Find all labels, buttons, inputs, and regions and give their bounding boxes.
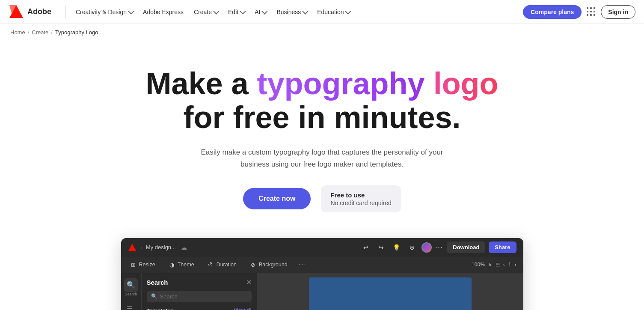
app-secondary-toolbar: ⊞ Resize ◑ Theme ⏱ Duration ⊘ Background… xyxy=(121,257,523,273)
sidebar-search-row: Search ✕ xyxy=(147,278,252,286)
prev-page-icon[interactable]: ‹ xyxy=(503,262,505,268)
app-sidebar: Search ✕ 🔍 Templates View all xyxy=(142,273,257,310)
add-button[interactable]: ⊕ xyxy=(406,241,418,253)
sidebar-view-all-link[interactable]: View all xyxy=(234,307,251,310)
sidebar-close-icon[interactable]: ✕ xyxy=(246,278,252,286)
toolbar-right: ↩ ↪ 💡 ⊕ ··· Download Share xyxy=(360,241,516,253)
nav-adobe-express[interactable]: Adobe Express xyxy=(139,6,188,18)
navbar: Adobe Creativity & Design Adobe Express … xyxy=(0,0,644,24)
hero-title-space xyxy=(425,66,433,101)
breadcrumb-create[interactable]: Create xyxy=(32,29,48,36)
sidebar-search-input-wrap: 🔍 xyxy=(147,291,252,302)
free-badge: Free to use No credit card required xyxy=(321,185,401,212)
nav-business[interactable]: Business xyxy=(272,6,311,18)
template-icon: ⊟ xyxy=(496,262,500,268)
breadcrumb: Home / Create / Typography Logo xyxy=(0,24,644,41)
sidebar-templates-label: Templates xyxy=(147,307,174,310)
app-preview-wrapper: ‹ My design... ☁ ↩ ↪ 💡 ⊕ ··· Download Sh… xyxy=(0,238,644,310)
free-badge-line1: Free to use xyxy=(330,191,391,199)
hero-title-typography: typography xyxy=(257,66,425,101)
chevron-down-icon xyxy=(345,8,351,14)
toolbar-title[interactable]: My design... xyxy=(146,244,176,250)
grid-dot xyxy=(587,7,588,9)
left-icon-your-stuff[interactable]: ☰ Your stuff xyxy=(123,302,139,310)
download-button[interactable]: Download xyxy=(447,241,485,253)
grid-dot xyxy=(590,11,592,12)
resize-button[interactable]: ⊞ Resize xyxy=(128,260,158,269)
compare-plans-button[interactable]: Compare plans xyxy=(523,5,582,19)
background-button[interactable]: ⊘ Background xyxy=(248,260,290,269)
nav-items: Creativity & Design Adobe Express Create… xyxy=(71,6,523,18)
chevron-down-icon xyxy=(128,8,134,14)
brand-name: Adobe xyxy=(27,7,51,16)
duration-button[interactable]: ⏱ Duration xyxy=(205,260,239,269)
sidebar-templates-row: Templates View all xyxy=(147,307,252,310)
redo-button[interactable]: ↪ xyxy=(375,241,387,253)
breadcrumb-current: Typography Logo xyxy=(55,29,98,36)
hero-title: Make a typography logo for free in minut… xyxy=(130,67,515,134)
zoom-level[interactable]: 100% xyxy=(472,262,485,268)
bulb-icon-button[interactable]: 💡 xyxy=(391,241,403,253)
sidebar-search-title: Search xyxy=(147,279,168,286)
page-number: 1 xyxy=(508,262,511,268)
hero-title-before: Make a xyxy=(145,66,257,101)
app-left-icons: 🔍 Search ☰ Your stuff xyxy=(121,273,142,310)
breadcrumb-home[interactable]: Home xyxy=(10,29,25,36)
share-button[interactable]: Share xyxy=(489,241,516,253)
search-icon: 🔍 xyxy=(151,293,157,299)
app-toolbar: ‹ My design... ☁ ↩ ↪ 💡 ⊕ ··· Download Sh… xyxy=(121,238,523,257)
more-options-icon[interactable]: ··· xyxy=(435,244,443,251)
background-icon: ⊘ xyxy=(250,262,256,268)
grid-dot xyxy=(590,14,592,16)
free-badge-line2: No credit card required xyxy=(330,200,391,206)
grid-dot xyxy=(594,7,595,9)
grid-dot xyxy=(587,14,588,16)
left-icon-search[interactable]: 🔍 Search xyxy=(124,278,138,297)
breadcrumb-separator: / xyxy=(51,29,53,36)
hero-cta-row: Create now Free to use No credit card re… xyxy=(243,185,401,212)
apps-grid-button[interactable] xyxy=(587,7,596,16)
app-preview: ‹ My design... ☁ ↩ ↪ 💡 ⊕ ··· Download Sh… xyxy=(121,238,523,310)
adobe-logo[interactable]: Adobe xyxy=(9,4,51,20)
hero-title-logo: logo xyxy=(433,66,499,101)
breadcrumb-separator: / xyxy=(28,29,30,36)
adobe-logo-icon xyxy=(9,4,24,20)
next-page-icon[interactable]: › xyxy=(515,262,516,268)
nav-edit[interactable]: Edit xyxy=(224,6,249,18)
nav-right: Compare plans Sign in xyxy=(523,5,635,19)
duration-icon: ⏱ xyxy=(208,262,214,268)
svg-marker-2 xyxy=(128,244,136,251)
grid-dot xyxy=(594,11,595,12)
grid-dot xyxy=(594,14,595,16)
create-now-button[interactable]: Create now xyxy=(243,188,311,209)
grid-dot xyxy=(587,11,588,12)
hero-title-after: for free in minutes. xyxy=(183,100,460,134)
secondary-toolbar-right: 100% ∨ ⊟ ‹ 1 › xyxy=(472,262,516,268)
nav-create[interactable]: Create xyxy=(190,6,222,18)
chevron-down-icon xyxy=(240,8,246,14)
app-canvas xyxy=(257,273,523,310)
nav-creativity-design[interactable]: Creativity & Design xyxy=(71,6,137,18)
hero-subtitle: Easily make a custom typography logo tha… xyxy=(198,146,446,170)
resize-icon: ⊞ xyxy=(131,262,137,268)
undo-button[interactable]: ↩ xyxy=(360,241,372,253)
avatar xyxy=(421,242,432,253)
sign-in-button[interactable]: Sign in xyxy=(601,5,635,19)
canvas-design-area[interactable] xyxy=(309,277,472,310)
toolbar-adobe-logo-icon xyxy=(128,243,137,252)
cloud-icon: ☁ xyxy=(181,244,187,251)
theme-icon: ◑ xyxy=(169,262,175,268)
nav-ai[interactable]: AI xyxy=(250,6,270,18)
app-body: 🔍 Search ☰ Your stuff Search ✕ 🔍 xyxy=(121,273,523,310)
sidebar-search-input[interactable] xyxy=(160,293,247,300)
chevron-down-icon xyxy=(303,8,309,14)
zoom-dropdown-icon: ∨ xyxy=(488,262,492,268)
theme-button[interactable]: ◑ Theme xyxy=(166,260,197,269)
chevron-down-icon xyxy=(213,8,219,14)
toolbar-breadcrumb: ‹ My design... ☁ xyxy=(141,244,187,251)
grid-dot xyxy=(590,7,592,9)
hero-section: Make a typography logo for free in minut… xyxy=(0,41,644,230)
nav-divider xyxy=(65,6,65,18)
nav-education[interactable]: Education xyxy=(313,6,354,18)
secondary-toolbar-more-icon[interactable]: ··· xyxy=(299,261,307,268)
